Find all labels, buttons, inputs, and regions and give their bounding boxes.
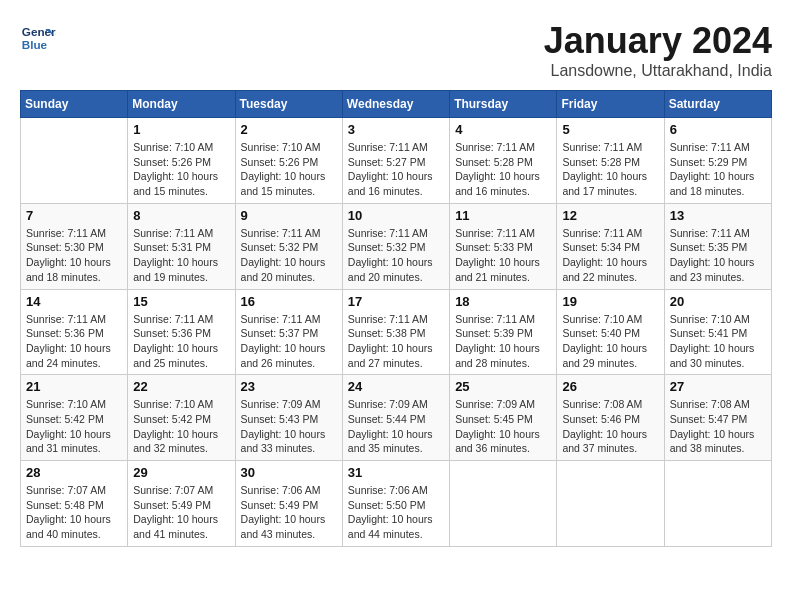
day-info: Sunrise: 7:08 AM Sunset: 5:46 PM Dayligh… (562, 397, 658, 456)
day-number: 27 (670, 379, 766, 394)
calendar-week-row: 14Sunrise: 7:11 AM Sunset: 5:36 PM Dayli… (21, 289, 772, 375)
day-number: 6 (670, 122, 766, 137)
calendar-cell: 18Sunrise: 7:11 AM Sunset: 5:39 PM Dayli… (450, 289, 557, 375)
calendar-cell: 29Sunrise: 7:07 AM Sunset: 5:49 PM Dayli… (128, 461, 235, 547)
day-info: Sunrise: 7:11 AM Sunset: 5:38 PM Dayligh… (348, 312, 444, 371)
day-number: 28 (26, 465, 122, 480)
calendar-cell (450, 461, 557, 547)
calendar-cell: 21Sunrise: 7:10 AM Sunset: 5:42 PM Dayli… (21, 375, 128, 461)
svg-text:Blue: Blue (22, 38, 48, 51)
weekday-header-cell: Monday (128, 91, 235, 118)
weekday-header-row: SundayMondayTuesdayWednesdayThursdayFrid… (21, 91, 772, 118)
day-info: Sunrise: 7:11 AM Sunset: 5:37 PM Dayligh… (241, 312, 337, 371)
day-info: Sunrise: 7:10 AM Sunset: 5:26 PM Dayligh… (133, 140, 229, 199)
month-title: January 2024 (544, 20, 772, 62)
weekday-header-cell: Sunday (21, 91, 128, 118)
title-block: January 2024 Lansdowne, Uttarakhand, Ind… (544, 20, 772, 80)
weekday-header-cell: Tuesday (235, 91, 342, 118)
day-number: 16 (241, 294, 337, 309)
day-info: Sunrise: 7:11 AM Sunset: 5:39 PM Dayligh… (455, 312, 551, 371)
calendar-cell: 11Sunrise: 7:11 AM Sunset: 5:33 PM Dayli… (450, 203, 557, 289)
day-number: 1 (133, 122, 229, 137)
calendar-week-row: 28Sunrise: 7:07 AM Sunset: 5:48 PM Dayli… (21, 461, 772, 547)
day-info: Sunrise: 7:11 AM Sunset: 5:27 PM Dayligh… (348, 140, 444, 199)
logo-icon: General Blue (20, 20, 56, 56)
calendar-cell: 5Sunrise: 7:11 AM Sunset: 5:28 PM Daylig… (557, 118, 664, 204)
day-number: 2 (241, 122, 337, 137)
day-info: Sunrise: 7:11 AM Sunset: 5:32 PM Dayligh… (241, 226, 337, 285)
logo: General Blue (20, 20, 56, 56)
day-info: Sunrise: 7:10 AM Sunset: 5:40 PM Dayligh… (562, 312, 658, 371)
day-info: Sunrise: 7:09 AM Sunset: 5:43 PM Dayligh… (241, 397, 337, 456)
day-number: 3 (348, 122, 444, 137)
day-number: 14 (26, 294, 122, 309)
calendar-cell: 22Sunrise: 7:10 AM Sunset: 5:42 PM Dayli… (128, 375, 235, 461)
calendar-cell: 27Sunrise: 7:08 AM Sunset: 5:47 PM Dayli… (664, 375, 771, 461)
weekday-header-cell: Friday (557, 91, 664, 118)
day-info: Sunrise: 7:09 AM Sunset: 5:44 PM Dayligh… (348, 397, 444, 456)
day-number: 25 (455, 379, 551, 394)
day-number: 5 (562, 122, 658, 137)
day-info: Sunrise: 7:06 AM Sunset: 5:49 PM Dayligh… (241, 483, 337, 542)
day-number: 10 (348, 208, 444, 223)
calendar-cell: 9Sunrise: 7:11 AM Sunset: 5:32 PM Daylig… (235, 203, 342, 289)
calendar-cell: 28Sunrise: 7:07 AM Sunset: 5:48 PM Dayli… (21, 461, 128, 547)
calendar-table: SundayMondayTuesdayWednesdayThursdayFrid… (20, 90, 772, 547)
day-info: Sunrise: 7:11 AM Sunset: 5:28 PM Dayligh… (562, 140, 658, 199)
calendar-cell: 4Sunrise: 7:11 AM Sunset: 5:28 PM Daylig… (450, 118, 557, 204)
day-number: 30 (241, 465, 337, 480)
day-number: 8 (133, 208, 229, 223)
day-info: Sunrise: 7:11 AM Sunset: 5:36 PM Dayligh… (133, 312, 229, 371)
calendar-cell: 23Sunrise: 7:09 AM Sunset: 5:43 PM Dayli… (235, 375, 342, 461)
day-info: Sunrise: 7:10 AM Sunset: 5:42 PM Dayligh… (26, 397, 122, 456)
calendar-cell: 1Sunrise: 7:10 AM Sunset: 5:26 PM Daylig… (128, 118, 235, 204)
calendar-cell: 25Sunrise: 7:09 AM Sunset: 5:45 PM Dayli… (450, 375, 557, 461)
day-info: Sunrise: 7:07 AM Sunset: 5:49 PM Dayligh… (133, 483, 229, 542)
day-number: 20 (670, 294, 766, 309)
day-number: 23 (241, 379, 337, 394)
calendar-cell: 26Sunrise: 7:08 AM Sunset: 5:46 PM Dayli… (557, 375, 664, 461)
day-number: 11 (455, 208, 551, 223)
day-number: 12 (562, 208, 658, 223)
calendar-cell: 8Sunrise: 7:11 AM Sunset: 5:31 PM Daylig… (128, 203, 235, 289)
calendar-cell: 14Sunrise: 7:11 AM Sunset: 5:36 PM Dayli… (21, 289, 128, 375)
calendar-cell: 30Sunrise: 7:06 AM Sunset: 5:49 PM Dayli… (235, 461, 342, 547)
calendar-week-row: 21Sunrise: 7:10 AM Sunset: 5:42 PM Dayli… (21, 375, 772, 461)
day-number: 26 (562, 379, 658, 394)
day-info: Sunrise: 7:11 AM Sunset: 5:33 PM Dayligh… (455, 226, 551, 285)
day-number: 13 (670, 208, 766, 223)
calendar-cell: 17Sunrise: 7:11 AM Sunset: 5:38 PM Dayli… (342, 289, 449, 375)
day-info: Sunrise: 7:11 AM Sunset: 5:35 PM Dayligh… (670, 226, 766, 285)
calendar-cell: 12Sunrise: 7:11 AM Sunset: 5:34 PM Dayli… (557, 203, 664, 289)
day-info: Sunrise: 7:07 AM Sunset: 5:48 PM Dayligh… (26, 483, 122, 542)
calendar-cell: 3Sunrise: 7:11 AM Sunset: 5:27 PM Daylig… (342, 118, 449, 204)
page-header: General Blue January 2024 Lansdowne, Utt… (20, 20, 772, 80)
day-number: 18 (455, 294, 551, 309)
day-info: Sunrise: 7:11 AM Sunset: 5:28 PM Dayligh… (455, 140, 551, 199)
day-number: 17 (348, 294, 444, 309)
calendar-cell (664, 461, 771, 547)
day-number: 4 (455, 122, 551, 137)
calendar-cell: 31Sunrise: 7:06 AM Sunset: 5:50 PM Dayli… (342, 461, 449, 547)
calendar-cell (557, 461, 664, 547)
day-number: 15 (133, 294, 229, 309)
day-info: Sunrise: 7:11 AM Sunset: 5:29 PM Dayligh… (670, 140, 766, 199)
calendar-cell: 15Sunrise: 7:11 AM Sunset: 5:36 PM Dayli… (128, 289, 235, 375)
calendar-cell: 24Sunrise: 7:09 AM Sunset: 5:44 PM Dayli… (342, 375, 449, 461)
weekday-header-cell: Saturday (664, 91, 771, 118)
calendar-cell: 13Sunrise: 7:11 AM Sunset: 5:35 PM Dayli… (664, 203, 771, 289)
day-info: Sunrise: 7:06 AM Sunset: 5:50 PM Dayligh… (348, 483, 444, 542)
day-number: 7 (26, 208, 122, 223)
day-number: 22 (133, 379, 229, 394)
day-info: Sunrise: 7:11 AM Sunset: 5:31 PM Dayligh… (133, 226, 229, 285)
calendar-body: 1Sunrise: 7:10 AM Sunset: 5:26 PM Daylig… (21, 118, 772, 547)
day-info: Sunrise: 7:11 AM Sunset: 5:32 PM Dayligh… (348, 226, 444, 285)
calendar-cell: 16Sunrise: 7:11 AM Sunset: 5:37 PM Dayli… (235, 289, 342, 375)
day-info: Sunrise: 7:11 AM Sunset: 5:34 PM Dayligh… (562, 226, 658, 285)
calendar-cell: 10Sunrise: 7:11 AM Sunset: 5:32 PM Dayli… (342, 203, 449, 289)
day-info: Sunrise: 7:10 AM Sunset: 5:42 PM Dayligh… (133, 397, 229, 456)
day-info: Sunrise: 7:11 AM Sunset: 5:36 PM Dayligh… (26, 312, 122, 371)
calendar-week-row: 7Sunrise: 7:11 AM Sunset: 5:30 PM Daylig… (21, 203, 772, 289)
day-number: 9 (241, 208, 337, 223)
calendar-cell: 20Sunrise: 7:10 AM Sunset: 5:41 PM Dayli… (664, 289, 771, 375)
